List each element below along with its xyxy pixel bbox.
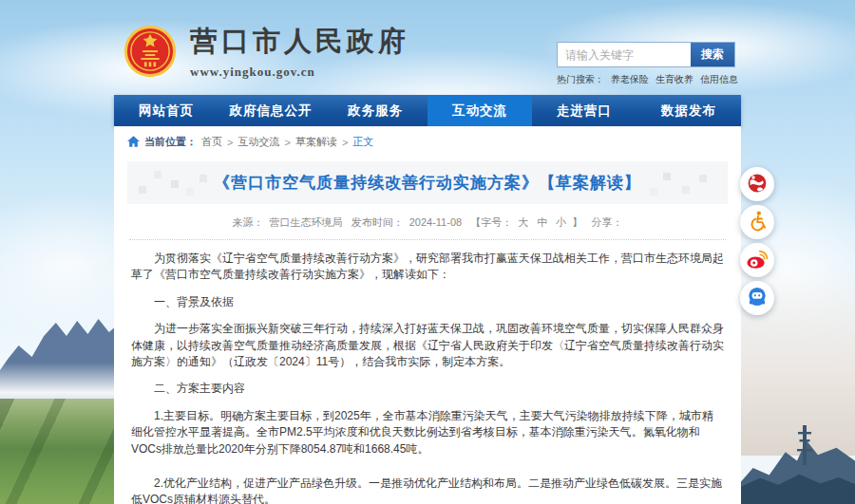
banner-decoration (663, 173, 671, 180)
accessibility-button[interactable] (740, 205, 774, 239)
article-title-banner: 《营口市空气质量持续改善行动实施方案》【草案解读】 (127, 161, 728, 204)
breadcrumb-location-label: 当前位置： (144, 135, 197, 149)
weibo-button[interactable] (740, 243, 774, 277)
breadcrumb-current: 正文 (352, 135, 373, 149)
article-meta: 来源：营口生态环境局 发布时间：2024-11-08 【字号：大 中 小】 分享… (114, 215, 741, 230)
smart-qa-button[interactable] (740, 281, 774, 315)
pagoda-silhouette (794, 423, 815, 469)
article-paragraph: 为贯彻落实《辽宁省空气质量持续改善行动方案》，研究部署我市打赢蓝天保卫战相关工作… (131, 251, 724, 284)
nav-item-info-disclosure[interactable]: 政府信息公开 (218, 95, 323, 126)
fontsize-medium-button[interactable]: 中 (537, 216, 547, 228)
main-navbar: 网站首页 政府信息公开 政务服务 互动交流 走进营口 数据发布 (114, 95, 741, 126)
article-title: 《营口市空气质量持续改善行动实施方案》【草案解读】 (214, 172, 641, 194)
meta-source-label: 来源： (233, 216, 264, 228)
banner-decoration (171, 180, 179, 188)
meta-fontsize-suffix: 】 (572, 216, 582, 228)
breadcrumb-link-home[interactable]: 首页 (201, 135, 222, 149)
content-card: 当前位置： 首页 > 互动交流 > 草案解读 > 正文 《营口市空气质量持续改善… (114, 126, 741, 504)
globe-icon (745, 171, 770, 198)
hot-search-link[interactable]: 生育收养 (656, 73, 694, 86)
national-emblem-logo (124, 25, 177, 78)
hot-search-bar: 热门搜索： 养老保险 生育收养 信用信息 (557, 73, 735, 86)
nav-item-interaction[interactable]: 互动交流 (428, 95, 532, 126)
weibo-icon (745, 247, 770, 274)
left-fields-background (0, 399, 133, 504)
article-paragraph: 1.主要目标。明确方案主要目标，到2025年，全市基本消除重污染天气，主要大气污… (131, 408, 724, 457)
hot-search-link[interactable]: 养老保险 (611, 73, 649, 86)
search-area: 搜索 热门搜索： 养老保险 生育收养 信用信息 (557, 42, 735, 86)
site-brand[interactable]: 营口市人民政府 www.yingkou.gov.cn (124, 23, 409, 80)
hot-search-label: 热门搜索： (557, 73, 604, 86)
breadcrumb-separator: > (227, 137, 233, 148)
wheelchair-icon (745, 209, 770, 236)
fontsize-small-button[interactable]: 小 (556, 216, 566, 228)
article-paragraph: 为进一步落实全面振兴新突破三年行动，持续深入打好蓝天保卫战，巩固改善环境空气质量… (131, 321, 724, 370)
robot-headset-icon (745, 285, 770, 312)
meta-time-label: 发布时间： (352, 216, 404, 228)
breadcrumb: 当前位置： 首页 > 互动交流 > 草案解读 > 正文 (114, 126, 741, 152)
search-input[interactable] (558, 43, 691, 66)
nav-item-home[interactable]: 网站首页 (114, 95, 218, 126)
hot-search-link[interactable]: 信用信息 (700, 73, 738, 86)
site-name: 营口市人民政府 (190, 23, 409, 61)
home-icon (127, 136, 140, 149)
site-url: www.yingkou.gov.cn (190, 65, 409, 80)
nav-item-data-release[interactable]: 数据发布 (636, 95, 741, 126)
article-paragraph: 2.优化产业结构，促进产业产品绿色升级。一是推动优化产业结构和布局。二是推动产业… (131, 476, 724, 504)
search-box: 搜索 (557, 42, 735, 67)
article-section-heading: 二、方案主要内容 (131, 381, 724, 397)
breadcrumb-separator: > (284, 137, 290, 148)
meta-time: 2024-11-08 (409, 216, 462, 228)
breadcrumb-separator: > (342, 137, 348, 148)
nav-item-about-yingkou[interactable]: 走进营口 (532, 95, 636, 126)
breadcrumb-link-interaction[interactable]: 互动交流 (238, 135, 279, 149)
site-header: 营口市人民政府 www.yingkou.gov.cn 搜索 热门搜索： 养老保险… (114, 0, 741, 95)
meta-fontsize-prefix: 【字号： (470, 216, 512, 228)
article-section-heading: 一、背景及依据 (131, 294, 724, 310)
page-container: 营口市人民政府 www.yingkou.gov.cn 搜索 热门搜索： 养老保险… (114, 0, 741, 504)
breadcrumb-link-draft-interpretation[interactable]: 草案解读 (295, 135, 337, 149)
search-button[interactable]: 搜索 (691, 43, 734, 66)
international-button[interactable] (740, 167, 774, 201)
site-brand-text: 营口市人民政府 www.yingkou.gov.cn (190, 23, 409, 80)
floating-toolbar (740, 167, 774, 315)
meta-source: 营口生态环境局 (270, 216, 343, 228)
nav-item-gov-services[interactable]: 政务服务 (323, 95, 428, 126)
share-label: 分享： (591, 216, 622, 228)
fontsize-large-button[interactable]: 大 (518, 216, 528, 228)
article-body: 为贯彻落实《辽宁省空气质量持续改善行动方案》，研究部署我市打赢蓝天保卫战相关工作… (114, 240, 741, 504)
